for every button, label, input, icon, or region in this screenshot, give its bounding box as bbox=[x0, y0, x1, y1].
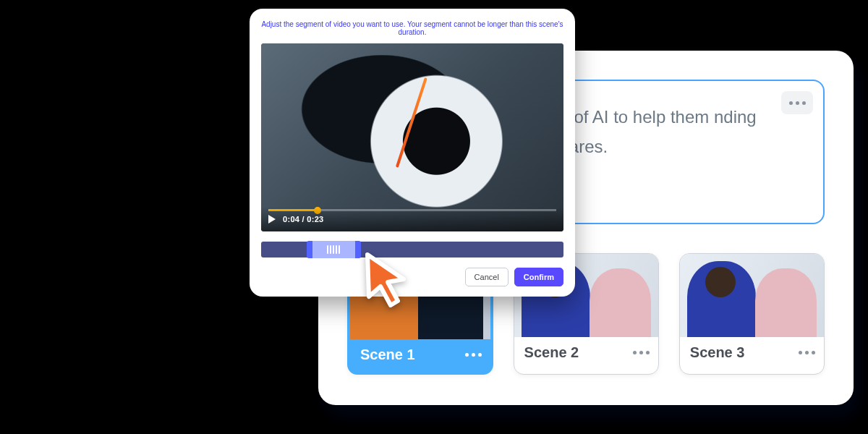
cursor-icon bbox=[362, 250, 414, 311]
more-icon[interactable] bbox=[465, 353, 482, 357]
video-controls: 0:04 / 0:23 bbox=[261, 207, 563, 231]
time-total: 0:23 bbox=[307, 215, 323, 224]
trim-grip-icon[interactable] bbox=[326, 245, 341, 254]
scene-label: Scene 3 bbox=[690, 344, 745, 361]
more-icon[interactable] bbox=[633, 351, 650, 354]
more-icon[interactable] bbox=[799, 351, 815, 354]
scene-footer: Scene 1 bbox=[350, 339, 490, 372]
time-separator: / bbox=[299, 215, 307, 224]
play-icon[interactable] bbox=[268, 215, 276, 224]
scene-label: Scene 1 bbox=[360, 346, 415, 363]
scene-thumbnail bbox=[680, 254, 824, 337]
video-preview[interactable]: 0:04 / 0:23 bbox=[261, 43, 563, 231]
time-readout: 0:04 / 0:23 bbox=[283, 215, 324, 224]
video-still bbox=[261, 43, 563, 231]
scene-card-3[interactable]: Scene 3 bbox=[679, 253, 825, 375]
scene-footer: Scene 2 bbox=[514, 337, 658, 370]
more-icon bbox=[789, 101, 806, 105]
scene-footer: Scene 3 bbox=[680, 337, 824, 370]
time-current: 0:04 bbox=[283, 215, 299, 224]
scene-label: Scene 2 bbox=[524, 344, 579, 361]
confirm-button[interactable]: Confirm bbox=[514, 268, 563, 286]
script-more-button[interactable] bbox=[781, 91, 813, 114]
trim-help-text: Adjust the segment of video you want to … bbox=[261, 20, 563, 36]
trim-window[interactable] bbox=[307, 241, 361, 258]
cancel-button[interactable]: Cancel bbox=[465, 268, 509, 286]
